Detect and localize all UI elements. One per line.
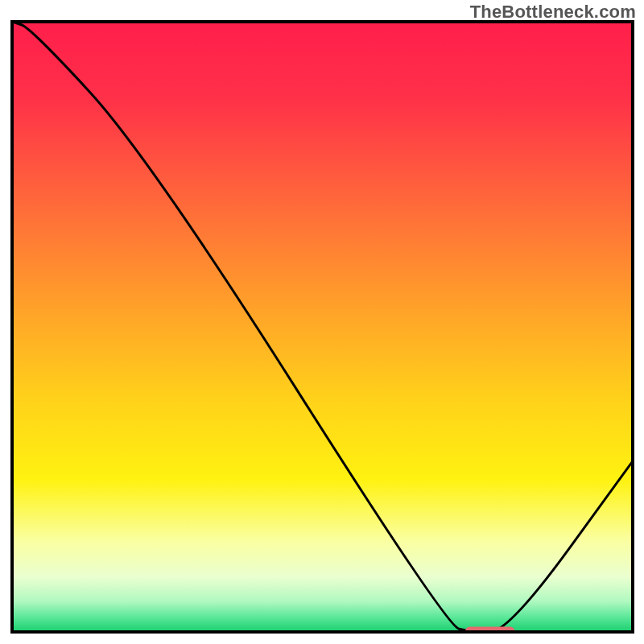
gradient-background <box>12 22 633 632</box>
watermark-text: TheBottleneck.com <box>470 2 636 23</box>
plot-svg <box>0 0 644 644</box>
bottleneck-chart: TheBottleneck.com <box>0 0 644 644</box>
